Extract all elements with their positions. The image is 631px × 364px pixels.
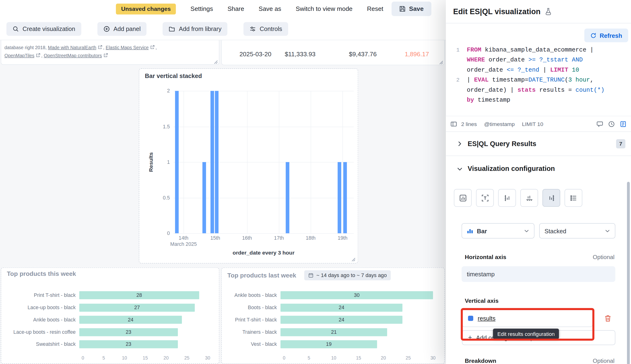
x-tick-label: 5 <box>308 356 310 360</box>
bar[interactable]: 28 <box>79 291 199 299</box>
menu-item-switch-to-view-mode[interactable]: Switch to view mode <box>296 5 352 12</box>
chart-mode-select[interactable]: Stacked <box>539 223 615 238</box>
chevron-right-icon[interactable] <box>457 141 463 147</box>
gridline-vertical <box>311 91 311 233</box>
chart-frame-icon-button[interactable] <box>454 189 472 207</box>
vertical-axis-field[interactable]: results <box>462 309 593 327</box>
vertical-axis-field-link[interactable]: results <box>478 314 495 322</box>
bar[interactable]: 24 <box>281 304 403 312</box>
products-this-week-panel[interactable]: Top products this week Print T-shirt - b… <box>1 268 219 364</box>
save-button[interactable]: Save <box>391 2 431 16</box>
legend-icon-button[interactable] <box>564 189 582 207</box>
visualization-configuration-section: Visualization configuration <box>446 156 631 182</box>
save-icon <box>399 6 405 12</box>
left-axis-icon-button[interactable] <box>498 189 516 207</box>
line-number <box>446 85 459 96</box>
feedback-icon[interactable] <box>596 120 603 128</box>
time-range-badge[interactable]: ~ 14 days ago to ~ 7 days ago <box>304 270 391 280</box>
refresh-icon <box>590 32 596 38</box>
bar[interactable]: 30 <box>281 291 433 299</box>
add-from-library-button[interactable]: Add from library <box>163 22 228 36</box>
category-label: Print T-shirt - black <box>227 317 281 323</box>
horizontal-axis-field[interactable]: timestamp <box>462 266 615 282</box>
hbar-row: Print T-shirt - black24 <box>227 316 433 324</box>
bar-chart-icon <box>467 228 473 234</box>
bar-segment[interactable] <box>211 91 214 233</box>
resize-handle-icon[interactable] <box>438 58 443 63</box>
delete-field-button[interactable] <box>602 312 613 324</box>
docs-icon[interactable] <box>620 120 626 128</box>
refresh-button[interactable]: Refresh <box>584 28 628 42</box>
menu-item-share[interactable]: Share <box>228 5 244 12</box>
map-attribution-line-1: database right 2018, Made with NaturalEa… <box>5 44 157 52</box>
bar-segment[interactable] <box>285 162 289 233</box>
chevron-down-icon[interactable] <box>457 166 463 172</box>
bar-segment[interactable] <box>215 91 218 233</box>
vertical-axis-row: results <box>462 309 623 327</box>
esql-editor-icon[interactable] <box>450 120 457 128</box>
bar-value-label: 19 <box>326 342 332 347</box>
bar-segment[interactable] <box>202 162 206 233</box>
menu-item-settings[interactable]: Settings <box>190 5 213 12</box>
bar[interactable]: 23 <box>79 340 178 348</box>
history-icon[interactable] <box>608 120 615 128</box>
gridline-vertical <box>279 91 279 233</box>
sliders-icon <box>250 26 256 32</box>
resize-handle-icon[interactable] <box>213 58 218 63</box>
metrics-table-panel[interactable]: 2025-03-20$11,333.93$9,437.761,896.17 <box>221 40 445 65</box>
bar-segment[interactable] <box>343 162 347 233</box>
attribution-link-openstreetmap-contributors[interactable]: OpenStreetMap contributors <box>44 53 102 58</box>
x-axis-tick-labels: 14thMarch 202515th16th17th18th19th <box>173 235 354 250</box>
bar-track: 30 <box>281 291 433 299</box>
line-number: 2 <box>446 75 459 85</box>
bottom-axis-icon-button[interactable] <box>520 189 538 207</box>
resize-handle-icon[interactable] <box>350 256 355 260</box>
table-cell: $11,333.93 <box>272 50 316 58</box>
attribution-link-openmaptiles[interactable]: OpenMapTiles <box>5 53 35 58</box>
right-axis-icon-button[interactable] <box>542 189 560 207</box>
toolbar-button-label: Add from library <box>179 25 221 32</box>
create-visualization-button[interactable]: Create visualization <box>7 22 81 36</box>
bar[interactable]: 24 <box>79 316 182 324</box>
editor-lines-count: 2 lines <box>461 121 477 127</box>
bar[interactable]: 21 <box>281 328 387 336</box>
bar-value-label: 24 <box>128 317 133 323</box>
bar-track: 19 <box>281 340 433 348</box>
bar[interactable]: 27 <box>79 304 195 312</box>
chevron-down-icon <box>605 228 610 234</box>
bar-value-label: 23 <box>126 329 131 335</box>
attribution-link-made-with-naturalearth[interactable]: Made with NaturalEarth <box>48 45 96 50</box>
bar-track: 23 <box>79 340 208 348</box>
add-panel-button[interactable]: Add panel <box>98 22 147 36</box>
bar-chart-panel[interactable]: Bar vertical stacked Results 00.511.52 1… <box>139 68 358 263</box>
map-attribution: database right 2018, Made with NaturalEa… <box>5 44 157 60</box>
x-tick-label: 14thMarch 2025 <box>170 235 197 247</box>
attribution-link-elastic-maps-service[interactable]: Elastic Maps Service <box>106 45 149 50</box>
menu-item-reset[interactable]: Reset <box>367 5 383 12</box>
calendar-icon <box>308 273 314 278</box>
external-link-icon <box>98 44 102 48</box>
esql-code-editor[interactable]: 1FROM kibana_sample_data_ecommerce |WHER… <box>446 45 631 106</box>
x-tick-label: 30 <box>205 356 210 360</box>
chart-type-select[interactable]: Bar <box>462 223 534 238</box>
map-panel[interactable]: database right 2018, Made with NaturalEa… <box>1 40 219 65</box>
y-tick-label: 1.5 <box>163 124 170 129</box>
controls-button[interactable]: Controls <box>244 22 288 36</box>
titles-text-icon-button[interactable] <box>476 189 494 207</box>
editor-footer: 2 lines @timestamp LIMIT 10 <box>446 116 631 132</box>
bar-segment[interactable] <box>175 91 179 233</box>
flyout-scrollbar[interactable] <box>627 182 630 364</box>
bar-track: 23 <box>79 328 208 336</box>
vertical-axis-label: Vertical axis <box>465 298 498 304</box>
bar[interactable]: 24 <box>281 316 403 324</box>
bar[interactable]: 23 <box>79 328 178 336</box>
menu-item-save-as[interactable]: Save as <box>259 5 281 12</box>
bar-segment[interactable] <box>337 162 341 233</box>
bar[interactable]: 19 <box>281 340 377 348</box>
x-tick-label: 10 <box>331 356 336 360</box>
unsaved-changes-badge[interactable]: Unsaved changes <box>116 3 176 14</box>
map-attribution-line-2: OpenMapTiles, OpenStreetMap contributors <box>5 52 157 60</box>
products-last-week-panel[interactable]: Top products last week ~ 14 days ago to … <box>221 268 445 364</box>
x-tick-label: 15 <box>356 356 361 360</box>
results-count-badge: 7 <box>616 139 625 148</box>
